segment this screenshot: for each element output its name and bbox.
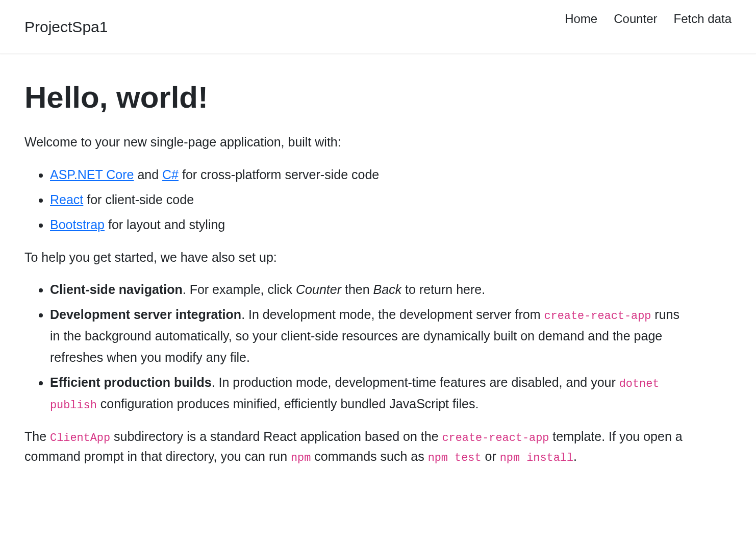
navbar-brand[interactable]: ProjectSpa1	[24, 15, 108, 38]
list-item: React for client-side code	[50, 189, 690, 210]
code-text: create-react-app	[442, 432, 549, 445]
navbar-nav: Home Counter Fetch data	[565, 8, 732, 33]
nav-item-fetch-data: Fetch data	[674, 8, 732, 29]
em-text: Back	[373, 282, 402, 297]
nav-item-counter: Counter	[614, 8, 657, 29]
text: then	[341, 282, 373, 297]
text: for layout and styling	[105, 217, 225, 232]
text: or	[482, 449, 500, 463]
code-text: npm install	[500, 452, 573, 464]
text: . In development mode, the development s…	[241, 307, 544, 322]
text: subdirectory is a standard React applica…	[110, 429, 442, 443]
text: for cross-platform server-side code	[179, 167, 379, 182]
text: .	[573, 449, 577, 463]
nav-link-counter[interactable]: Counter	[614, 12, 657, 26]
navbar: ProjectSpa1 Home Counter Fetch data	[0, 0, 756, 54]
closing-paragraph: The ClientApp subdirectory is a standard…	[24, 427, 690, 467]
link-csharp[interactable]: C#	[162, 167, 179, 182]
code-text: ClientApp	[50, 432, 110, 445]
text: and	[134, 167, 162, 182]
bold-text: Development server integration	[50, 307, 241, 322]
setup-intro-paragraph: To help you get started, we have also se…	[24, 248, 690, 267]
text: commands such as	[311, 449, 427, 463]
text: configuration produces minified, efficie…	[97, 397, 479, 411]
list-item: ASP.NET Core and C# for cross-platform s…	[50, 164, 690, 185]
intro-paragraph: Welcome to your new single-page applicat…	[24, 133, 690, 152]
bold-text: Client-side navigation	[50, 282, 183, 297]
page-title: Hello, world!	[24, 75, 690, 120]
code-text: npm	[291, 452, 311, 464]
text: . In production mode, development-time f…	[212, 375, 619, 389]
tech-list: ASP.NET Core and C# for cross-platform s…	[50, 164, 690, 236]
nav-item-home: Home	[565, 8, 597, 29]
link-aspnet-core[interactable]: ASP.NET Core	[50, 167, 134, 182]
list-item: Client-side navigation. For example, cli…	[50, 279, 690, 300]
em-text: Counter	[296, 282, 341, 297]
bold-text: Efficient production builds	[50, 375, 212, 389]
code-text: create-react-app	[544, 310, 651, 323]
list-item: Development server integration. In devel…	[50, 304, 690, 368]
link-react[interactable]: React	[50, 192, 83, 207]
text: to return here.	[401, 282, 485, 297]
code-text: npm test	[428, 452, 482, 464]
setup-list: Client-side navigation. For example, cli…	[50, 279, 690, 415]
text: . For example, click	[183, 282, 296, 297]
nav-link-home[interactable]: Home	[565, 12, 597, 26]
text: for client-side code	[83, 192, 194, 207]
text: The	[24, 429, 50, 443]
nav-link-fetch-data[interactable]: Fetch data	[674, 12, 732, 26]
list-item: Efficient production builds. In producti…	[50, 372, 690, 415]
main-container: Hello, world! Welcome to your new single…	[0, 54, 714, 499]
list-item: Bootstrap for layout and styling	[50, 214, 690, 235]
link-bootstrap[interactable]: Bootstrap	[50, 217, 105, 232]
